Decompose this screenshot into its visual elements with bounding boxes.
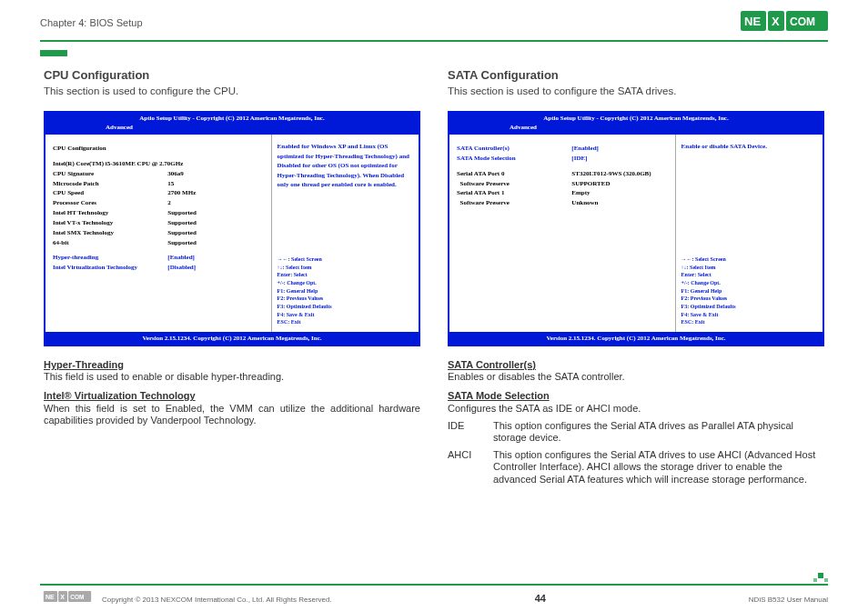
section-subtitle-cpu: This section is used to configure the CP… xyxy=(44,85,420,96)
table-row: Serial ATA Port 1Empty xyxy=(457,188,668,198)
bios-key-legend: →←: Select Screen ↑↓: Select Item Enter:… xyxy=(278,255,413,326)
explain-sata: SATA Controller(s) Enables or disables t… xyxy=(448,359,824,486)
explain-text: This field is used to enable or disable … xyxy=(44,371,420,383)
bios-cpu-line: Intel(R) Core(TM) i5-3610ME CPU @ 2.70GH… xyxy=(53,159,264,169)
bios-left-pane: CPU Configuration Intel(R) Core(TM) i5-3… xyxy=(45,135,272,332)
svg-text:NE: NE xyxy=(45,594,55,601)
svg-text:X: X xyxy=(60,594,65,601)
bios-key-legend: →←: Select Screen ↑↓: Select Item Enter:… xyxy=(681,255,817,326)
bios-left-pane: SATA Controller(s)[Enabled] SATA Mode Se… xyxy=(449,135,676,332)
option-label: AHCI xyxy=(448,449,480,486)
explain-cpu: Hyper-Threading This field is used to en… xyxy=(44,359,420,426)
option-row: IDE This option configures the Serial AT… xyxy=(448,420,824,444)
explain-text: Enables or disables the SATA controller. xyxy=(448,371,824,383)
explain-heading: Hyper-Threading xyxy=(44,359,420,371)
svg-text:X: X xyxy=(772,15,780,28)
option-label: IDE xyxy=(448,420,480,444)
section-title-cpu: CPU Configuration xyxy=(44,68,420,82)
footer-logo: NE X COM xyxy=(40,591,95,604)
bios-tab-active: Advanced xyxy=(106,124,133,131)
table-row: 64-bitSupported xyxy=(53,238,264,248)
bios-right-pane: Enabled for Windows XP and Linux (OS opt… xyxy=(272,135,419,332)
section-subtitle-sata: This section is used to configure the SA… xyxy=(448,85,824,96)
right-column: SATA Configuration This section is used … xyxy=(448,68,824,486)
explain-heading: Intel® Virtualization Technology xyxy=(44,390,420,402)
header-rule xyxy=(40,40,828,42)
table-row: Processor Cores2 xyxy=(53,198,264,208)
content-columns: CPU Configuration This section is used t… xyxy=(0,52,868,486)
bios-tab-row: Advanced xyxy=(449,124,823,134)
section-title-sata: SATA Configuration xyxy=(448,68,824,82)
table-row: Software PreserveSUPPORTED xyxy=(457,179,668,189)
footer-copyright: Copyright © 2013 NEXCOM International Co… xyxy=(102,596,332,604)
bios-version-bar: Version 2.15.1234. Copyright (C) 2012 Am… xyxy=(449,332,823,345)
bios-right-pane: Enable or disable SATA Device. →←: Selec… xyxy=(676,135,823,332)
explain-text: When this field is set to Enabled, the V… xyxy=(44,403,420,426)
bios-help-text: Enable or disable SATA Device. xyxy=(681,142,817,152)
table-row: CPU Signature306a9 xyxy=(53,169,264,179)
table-row: Software PreserveUnknown xyxy=(457,198,668,208)
bios-option-row: SATA Controller(s)[Enabled] xyxy=(457,144,668,154)
table-row: Intel SMX TechnologySupported xyxy=(53,228,264,238)
table-row: Serial ATA Port 0ST320LT012-9WS (320.0GB… xyxy=(457,169,668,179)
table-row: Intel VT-x TechnologySupported xyxy=(53,218,264,228)
bios-heading: CPU Configuration xyxy=(53,144,264,154)
bios-body: SATA Controller(s)[Enabled] SATA Mode Se… xyxy=(449,134,823,332)
page-header: Chapter 4: BIOS Setup NE X COM xyxy=(0,0,868,38)
bios-title-bar: Aptio Setup Utility - Copyright (C) 2012… xyxy=(45,113,419,124)
svg-text:NE: NE xyxy=(744,15,761,28)
svg-text:COM: COM xyxy=(790,15,815,28)
option-desc: This option configures the Serial ATA dr… xyxy=(493,449,824,486)
bios-option-row: SATA Mode Selection[IDE] xyxy=(457,154,668,164)
explain-text: Configures the SATA as IDE or AHCI mode. xyxy=(448,403,824,415)
bios-option-row: Intel Virtualization Technology[Disabled… xyxy=(53,263,264,273)
page-footer: NE X COM Copyright © 2013 NEXCOM Interna… xyxy=(40,591,828,604)
page-number: 44 xyxy=(535,593,546,604)
left-column: CPU Configuration This section is used t… xyxy=(44,68,420,486)
brand-logo: NE X COM xyxy=(741,11,828,35)
header-tab-strip xyxy=(0,44,868,52)
svg-text:COM: COM xyxy=(70,594,84,600)
table-row: Intel HT TechnologySupported xyxy=(53,208,264,218)
option-desc: This option configures the Serial ATA dr… xyxy=(493,420,824,444)
explain-heading: SATA Controller(s) xyxy=(448,359,824,371)
bios-screenshot-sata: Aptio Setup Utility - Copyright (C) 2012… xyxy=(448,111,824,346)
bios-option-row: Hyper-threading[Enabled] xyxy=(53,253,264,263)
footer-decoration xyxy=(812,566,828,582)
bios-tab-row: Advanced xyxy=(45,124,419,134)
table-row: Microcode Patch15 xyxy=(53,179,264,189)
explain-heading: SATA Mode Selection xyxy=(448,390,824,402)
chapter-label: Chapter 4: BIOS Setup xyxy=(40,17,143,28)
footer-manual: NDiS B532 User Manual xyxy=(749,596,828,604)
footer-rule xyxy=(40,584,828,586)
bios-version-bar: Version 2.15.1234. Copyright (C) 2012 Am… xyxy=(45,332,419,345)
bios-screenshot-cpu: Aptio Setup Utility - Copyright (C) 2012… xyxy=(44,111,420,346)
bios-help-text: Enabled for Windows XP and Linux (OS opt… xyxy=(278,142,413,190)
bios-tab-active: Advanced xyxy=(510,124,537,131)
option-row: AHCI This option configures the Serial A… xyxy=(448,449,824,486)
bios-body: CPU Configuration Intel(R) Core(TM) i5-3… xyxy=(45,134,419,332)
table-row: CPU Speed2700 MHz xyxy=(53,188,264,198)
bios-title-bar: Aptio Setup Utility - Copyright (C) 2012… xyxy=(449,113,823,124)
section-tab-marker xyxy=(40,50,67,56)
